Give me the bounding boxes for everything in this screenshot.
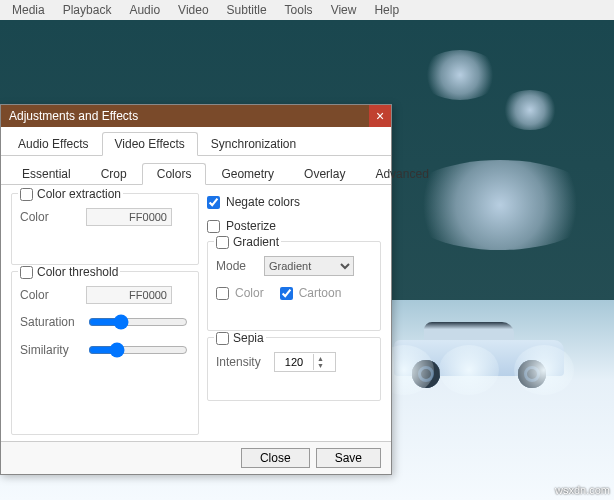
sub-tab-row: Essential Crop Colors Geometry Overlay A… bbox=[1, 156, 391, 185]
group-color-threshold: Color threshold Color Saturation Similar… bbox=[11, 271, 199, 435]
menu-help[interactable]: Help bbox=[366, 1, 407, 19]
spinner-arrows-icon[interactable]: ▲▼ bbox=[313, 354, 327, 370]
dialog-button-bar: Close Save bbox=[1, 441, 391, 474]
effects-dialog: Adjustments and Effects × Audio Effects … bbox=[0, 104, 392, 475]
menu-media[interactable]: Media bbox=[4, 1, 53, 19]
subtab-advanced[interactable]: Advanced bbox=[360, 163, 443, 185]
similarity-slider[interactable] bbox=[88, 342, 188, 358]
menu-playback[interactable]: Playback bbox=[55, 1, 120, 19]
tab-video-effects[interactable]: Video Effects bbox=[102, 132, 198, 156]
group-color-extraction: Color extraction Color bbox=[11, 193, 199, 265]
menu-subtitle[interactable]: Subtitle bbox=[219, 1, 275, 19]
similarity-label: Similarity bbox=[20, 343, 78, 357]
menu-tools[interactable]: Tools bbox=[277, 1, 321, 19]
close-button[interactable]: Close bbox=[241, 448, 310, 468]
group-sepia: Sepia Intensity ▲▼ bbox=[207, 337, 381, 401]
dialog-title: Adjustments and Effects bbox=[9, 109, 138, 123]
gradient-cartoon-checkbox[interactable] bbox=[280, 287, 293, 300]
menu-view[interactable]: View bbox=[323, 1, 365, 19]
gradient-color-label: Color bbox=[235, 286, 264, 300]
close-icon: × bbox=[376, 109, 384, 123]
saturation-label: Saturation bbox=[20, 315, 78, 329]
color-extraction-checkbox[interactable] bbox=[20, 188, 33, 201]
sepia-intensity-input[interactable] bbox=[275, 355, 313, 369]
subtab-geometry[interactable]: Geometry bbox=[206, 163, 289, 185]
gradient-checkbox[interactable] bbox=[216, 236, 229, 249]
gradient-cartoon-label: Cartoon bbox=[299, 286, 342, 300]
sepia-label: Sepia bbox=[233, 331, 264, 345]
main-tab-row: Audio Effects Video Effects Synchronizat… bbox=[1, 127, 391, 156]
sepia-intensity-spinner[interactable]: ▲▼ bbox=[274, 352, 336, 372]
color-extraction-label: Color extraction bbox=[37, 187, 121, 201]
threshold-color-input[interactable] bbox=[86, 286, 172, 304]
gradient-color-checkbox[interactable] bbox=[216, 287, 229, 300]
menu-audio[interactable]: Audio bbox=[121, 1, 168, 19]
subtab-essential[interactable]: Essential bbox=[7, 163, 86, 185]
color-threshold-label: Color threshold bbox=[37, 265, 118, 279]
gradient-mode-select[interactable]: Gradient bbox=[264, 256, 354, 276]
threshold-color-label: Color bbox=[20, 288, 78, 302]
negate-checkbox[interactable] bbox=[207, 196, 220, 209]
posterize-label: Posterize bbox=[226, 219, 276, 233]
subtab-overlay[interactable]: Overlay bbox=[289, 163, 360, 185]
menubar: Media Playback Audio Video Subtitle Tool… bbox=[0, 0, 614, 20]
tab-audio-effects[interactable]: Audio Effects bbox=[5, 132, 102, 156]
negate-row: Negate colors bbox=[207, 195, 381, 209]
subtab-colors[interactable]: Colors bbox=[142, 163, 207, 185]
sepia-intensity-label: Intensity bbox=[216, 355, 266, 369]
save-button[interactable]: Save bbox=[316, 448, 381, 468]
posterize-checkbox[interactable] bbox=[207, 220, 220, 233]
extraction-color-label: Color bbox=[20, 210, 78, 224]
group-gradient: Gradient Mode Gradient Color bbox=[207, 241, 381, 331]
posterize-row: Posterize bbox=[207, 219, 381, 233]
saturation-slider[interactable] bbox=[88, 314, 188, 330]
tab-synchronization[interactable]: Synchronization bbox=[198, 132, 309, 156]
dialog-close-button[interactable]: × bbox=[369, 105, 391, 127]
video-content-car bbox=[394, 325, 564, 390]
watermark: wsxdn.com bbox=[555, 484, 610, 496]
extraction-color-input[interactable] bbox=[86, 208, 172, 226]
gradient-mode-label: Mode bbox=[216, 259, 256, 273]
dialog-titlebar[interactable]: Adjustments and Effects × bbox=[1, 105, 391, 127]
menu-video[interactable]: Video bbox=[170, 1, 216, 19]
color-threshold-checkbox[interactable] bbox=[20, 266, 33, 279]
negate-label: Negate colors bbox=[226, 195, 300, 209]
gradient-label: Gradient bbox=[233, 235, 279, 249]
sepia-checkbox[interactable] bbox=[216, 332, 229, 345]
subtab-crop[interactable]: Crop bbox=[86, 163, 142, 185]
